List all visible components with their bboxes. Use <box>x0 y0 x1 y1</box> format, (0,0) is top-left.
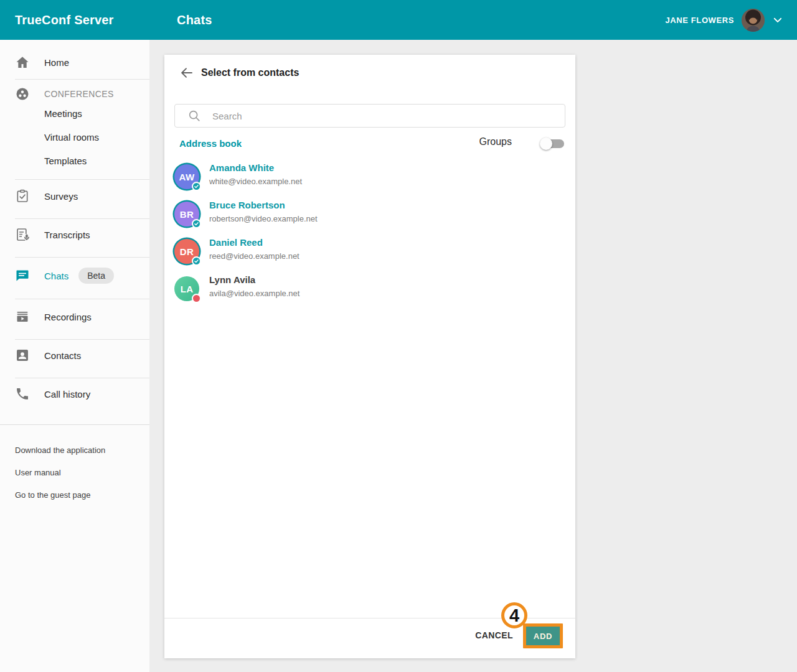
call-history-icon <box>15 386 30 401</box>
recordings-icon <box>15 309 30 324</box>
guest-page-link[interactable]: Go to the guest page <box>15 490 90 500</box>
sidebar-item-templates[interactable]: Templates <box>0 146 149 175</box>
busy-dot-badge <box>192 294 201 303</box>
divider <box>15 218 149 219</box>
groups-toggle[interactable] <box>542 139 564 148</box>
dialog-title: Select from contacts <box>201 67 299 78</box>
home-icon <box>15 55 30 70</box>
beta-badge: Beta <box>78 268 114 284</box>
contact-name: Amanda White <box>209 162 274 173</box>
select-from-contacts-dialog: Select from contacts Address book Groups… <box>164 55 575 658</box>
sidebar-item-recordings[interactable]: Recordings <box>0 302 149 332</box>
search-box <box>174 104 565 128</box>
sidebar-item-surveys[interactable]: Surveys <box>0 181 149 211</box>
chevron-down-icon <box>772 14 783 26</box>
add-button[interactable]: ADD <box>523 623 563 648</box>
contact-row[interactable]: BR Bruce Robertson robertson@video.examp… <box>164 195 575 233</box>
surveys-icon <box>15 189 30 203</box>
divider <box>15 339 149 340</box>
page-title: Chats <box>177 0 212 40</box>
contact-row[interactable]: AW Amanda White white@video.example.net <box>164 158 575 195</box>
groups-label: Groups <box>479 136 512 147</box>
divider <box>0 424 149 425</box>
contact-email: reed@video.example.net <box>209 251 299 261</box>
sidebar-item-transcripts[interactable]: Transcripts <box>0 220 149 250</box>
brand-title: TrueConf Server <box>15 0 114 40</box>
online-check-badge <box>192 219 201 228</box>
sidebar-item-contacts[interactable]: Contacts <box>0 340 149 370</box>
search-input[interactable] <box>212 105 559 127</box>
chats-icon <box>15 268 30 283</box>
user-name: JANE FLOWERS <box>666 16 734 25</box>
search-icon <box>187 109 201 123</box>
app-header: TrueConf Server Chats JANE FLOWERS <box>0 0 797 40</box>
contact-name: Daniel Reed <box>209 237 263 248</box>
divider <box>15 257 149 258</box>
user-menu[interactable]: JANE FLOWERS <box>666 0 783 40</box>
cancel-button[interactable]: CANCEL <box>475 630 513 640</box>
transcripts-icon <box>15 227 30 242</box>
user-manual-link[interactable]: User manual <box>15 468 61 477</box>
divider <box>15 378 149 378</box>
divider <box>15 179 149 180</box>
download-application-link[interactable]: Download the application <box>15 446 105 455</box>
back-arrow-icon[interactable] <box>179 65 194 80</box>
contact-row[interactable]: DR Daniel Reed reed@video.example.net <box>164 233 575 270</box>
contact-name: Lynn Avila <box>209 274 255 285</box>
online-check-badge <box>192 256 201 266</box>
online-check-badge <box>192 182 201 191</box>
user-avatar <box>742 9 765 32</box>
sidebar: Home CONFERENCES Meetings Virtual rooms … <box>0 40 149 672</box>
sidebar-item-call-history[interactable]: Call history <box>0 379 149 409</box>
contact-email: avila@video.example.net <box>209 289 299 298</box>
contact-row[interactable]: LA Lynn Avila avila@video.example.net <box>164 270 575 307</box>
divider <box>15 299 149 299</box>
groups-toggle-knob <box>540 138 552 150</box>
contact-email: white@video.example.net <box>209 177 302 186</box>
sidebar-item-home[interactable]: Home <box>0 47 149 77</box>
contact-email: robertson@video.example.net <box>209 214 318 223</box>
address-book-link[interactable]: Address book <box>179 138 242 149</box>
contact-name: Bruce Robertson <box>209 200 285 210</box>
contacts-icon <box>15 348 30 363</box>
sidebar-item-chats[interactable]: Chats Beta <box>0 261 149 291</box>
